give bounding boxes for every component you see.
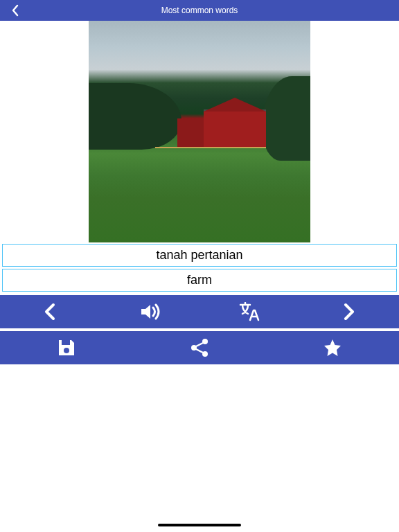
previous-button[interactable]: [0, 295, 100, 328]
translation-word: farm: [2, 269, 397, 292]
save-icon: [57, 339, 76, 357]
translate-icon: [239, 302, 260, 321]
next-button[interactable]: [299, 295, 399, 328]
share-button[interactable]: [133, 331, 266, 364]
favorite-button[interactable]: [266, 331, 399, 364]
back-button[interactable]: [7, 2, 24, 19]
word-boxes: tanah pertanian farm: [0, 242, 399, 294]
speaker-icon: [139, 302, 161, 321]
header: Most common words: [0, 0, 399, 21]
chevron-left-icon: [42, 302, 57, 321]
star-icon: [323, 339, 342, 357]
save-button[interactable]: [0, 331, 133, 364]
page-title: Most common words: [0, 6, 399, 15]
content-area: tanah pertanian farm: [0, 21, 399, 364]
source-word: tanah pertanian: [2, 244, 397, 267]
audio-button[interactable]: [100, 295, 200, 328]
chevron-right-icon: [342, 302, 357, 321]
share-icon: [190, 338, 209, 357]
home-indicator: [158, 524, 241, 526]
svg-point-1: [64, 348, 69, 353]
svg-rect-0: [62, 340, 70, 345]
image-area: [0, 21, 399, 242]
primary-toolbar: [0, 295, 399, 328]
word-image: [89, 21, 310, 242]
chevron-left-icon: [11, 4, 19, 17]
secondary-toolbar: [0, 331, 399, 364]
translate-button[interactable]: [200, 295, 299, 328]
